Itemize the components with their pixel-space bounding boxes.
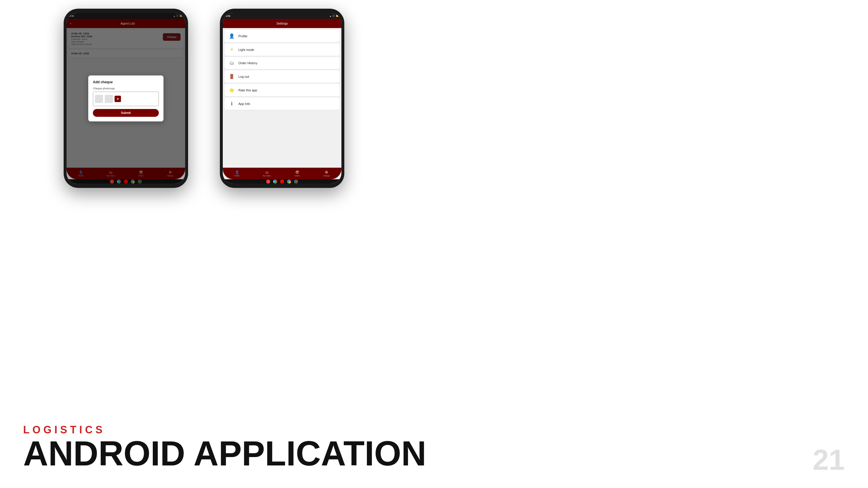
header-title-right: Settings xyxy=(226,22,338,25)
grid-icon-right[interactable]: ⋮⋮ xyxy=(294,180,298,184)
profile-icon-right: 👤 xyxy=(228,33,235,39)
app-title: ANDROID APPLICATION xyxy=(23,436,426,470)
nav-settings-right[interactable]: ⚙ Settings xyxy=(323,170,330,176)
page-footer: LOGISTICS ANDROID APPLICATION xyxy=(23,424,426,470)
right-tablet: 9:50 ▲ ⬛ 📶 Settings 👤 Profile ☀ Light mo… xyxy=(220,9,344,188)
time-right: 9:50 xyxy=(226,15,230,18)
add-photo-button[interactable]: + xyxy=(115,96,121,102)
settings-profile[interactable]: 👤 Profile xyxy=(224,30,340,42)
upload-box-1 xyxy=(95,95,103,103)
settings-lightmode[interactable]: ☀ Light mode xyxy=(224,43,340,56)
nav-profile-right[interactable]: 👤 Profile xyxy=(235,170,240,176)
add-cheque-dialog: Add cheque Cheque photocopy + Submit xyxy=(88,75,163,122)
orders-nav-icon-right: 🗂 xyxy=(265,170,269,174)
profile-nav-icon-right: 👤 xyxy=(235,170,239,174)
status-icons-right: ▲ ⬛ 📶 xyxy=(330,15,339,17)
left-tablet: 9:55 ▲ ⬛ 📶 ‹ Agent List Order ID: 1234 I… xyxy=(64,9,188,188)
cheque-upload-area[interactable]: + xyxy=(93,92,159,106)
logout-label: Log out xyxy=(239,75,249,78)
rate-label: Rate this app xyxy=(239,89,257,92)
light-mode-icon: ☀ xyxy=(228,47,235,52)
chrome-icon-right[interactable] xyxy=(273,180,277,184)
dialog-label: Cheque photocopy xyxy=(93,87,159,90)
app-header-right: Settings xyxy=(223,19,341,28)
settings-nav-icon-right: ⚙ xyxy=(325,170,328,174)
app-info-label: App Info xyxy=(239,102,250,105)
nav-package-right[interactable]: 📦 Orders xyxy=(294,170,300,176)
youtube-icon-right[interactable] xyxy=(280,180,284,184)
photos-icon-right[interactable] xyxy=(287,180,291,184)
dialog-overlay: Add cheque Cheque photocopy + Submit xyxy=(66,13,185,184)
settings-list: 👤 Profile ☀ Light mode 🗂 Order History 🚪… xyxy=(223,28,341,111)
android-taskbar-right: ⋮⋮ xyxy=(223,179,341,184)
settings-order-history[interactable]: 🗂 Order History xyxy=(224,57,340,69)
upload-box-2 xyxy=(105,95,113,103)
lightmode-label: Light mode xyxy=(239,48,254,52)
gmail-icon-right[interactable] xyxy=(266,180,270,184)
page-number: 21 xyxy=(813,443,845,477)
dialog-title: Add cheque xyxy=(93,80,159,84)
right-tablet-screen: 9:50 ▲ ⬛ 📶 Settings 👤 Profile ☀ Light mo… xyxy=(223,13,341,184)
logout-icon: 🚪 xyxy=(228,74,235,79)
rate-icon: ⭐ xyxy=(228,87,235,93)
profile-label: Profile xyxy=(239,34,247,38)
app-info-icon: ℹ xyxy=(228,101,235,106)
order-history-icon: 🗂 xyxy=(228,60,235,66)
bottom-nav-right: 👤 Profile 🗂 My Orders 📦 Orders ⚙ Setting… xyxy=(223,168,341,179)
left-tablet-screen: 9:55 ▲ ⬛ 📶 ‹ Agent List Order ID: 1234 I… xyxy=(66,13,185,184)
submit-button[interactable]: Submit xyxy=(93,109,159,117)
settings-logout[interactable]: 🚪 Log out xyxy=(224,70,340,83)
package-nav-icon-right: 📦 xyxy=(295,170,300,174)
settings-rate[interactable]: ⭐ Rate this app xyxy=(224,84,340,96)
order-history-label: Order History xyxy=(239,61,257,65)
settings-app-info[interactable]: ℹ App Info xyxy=(224,97,340,110)
status-bar-right: 9:50 ▲ ⬛ 📶 xyxy=(223,13,341,19)
nav-orders-right[interactable]: 🗂 My Orders xyxy=(263,170,271,176)
